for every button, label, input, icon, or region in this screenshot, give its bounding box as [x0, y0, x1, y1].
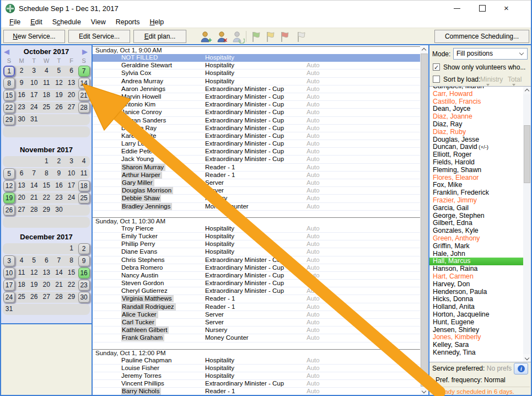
schedule-row[interactable]: Cheryl GutierrezExtraordinary Minister -…: [93, 287, 420, 295]
calendar-day-8[interactable]: 8: [3, 78, 15, 89]
volunteer-list-item[interactable]: Fox, Mike: [429, 181, 531, 189]
volunteer-list-item[interactable]: Hart, Carmen: [429, 273, 531, 281]
schedule-row[interactable]: Randall RodriquezReader - 1Auto: [93, 303, 420, 311]
schedule-row[interactable]: Eddie PetersExtraordinary Minister - Cup…: [93, 148, 420, 156]
volunteer-list-item[interactable]: Gonzales, Kyle: [429, 227, 531, 235]
menu-view[interactable]: View: [86, 18, 111, 26]
schedule-row[interactable]: Troy PierceHospitalityAuto: [93, 225, 420, 233]
remove-volunteer-icon[interactable]: ×: [216, 30, 229, 44]
calendar-day-12[interactable]: 12: [3, 180, 15, 191]
schedule-row[interactable]: Jack YoungExtraordinary Minister - CupAu…: [93, 156, 420, 163]
volunteer-list-item[interactable]: Flores, Eleanor: [429, 174, 531, 182]
green-flag-icon[interactable]: [250, 30, 264, 44]
schedule-row[interactable]: Arthur HarperReader - 1Auto: [93, 172, 420, 179]
volunteer-list-item[interactable]: Holland, Anita: [429, 303, 531, 311]
schedule-row[interactable]: Larry LewisExtraordinary Minister - CupA…: [93, 140, 420, 148]
calendar-day-24[interactable]: 24: [3, 292, 15, 303]
schedule-row[interactable]: Marvin HowellExtraordinary Minister - Cu…: [93, 93, 420, 101]
schedule-row[interactable]: Jeremy TorresHospitalityAuto: [93, 372, 420, 380]
schedule-row[interactable]: Debbie ShawNurseryAuto: [93, 195, 420, 202]
schedule-row[interactable]: Phillip PerryHospitalityAuto: [93, 240, 420, 248]
maximize-button[interactable]: [471, 1, 494, 17]
volunteer-list-item[interactable]: Fleming, Shawn: [429, 167, 531, 174]
schedule-row[interactable]: Chris StephensExtraordinary Minister - C…: [93, 256, 420, 264]
volunteer-scrollbar-thumb[interactable]: [524, 125, 530, 183]
volunteer-list-item[interactable]: Jones, Kimberly: [429, 334, 531, 341]
schedule-row[interactable]: Geraldine StewartHospitalityAuto: [93, 62, 420, 69]
calendar-day-22[interactable]: 22: [3, 102, 15, 113]
calendar-day-23[interactable]: 23: [78, 280, 90, 291]
volunteer-list-item[interactable]: Hanson, Raina: [429, 265, 531, 273]
calendar-day-9[interactable]: 9: [78, 255, 90, 266]
add-volunteer-icon[interactable]: +: [200, 30, 213, 44]
commence-scheduling-button[interactable]: Commence Scheduling...: [434, 30, 529, 43]
volunteer-list-item[interactable]: Franklin, Frederick: [429, 189, 531, 197]
volunteer-list-item[interactable]: Diaz, Joanne: [429, 113, 531, 121]
volunteer-info-button[interactable]: i: [514, 363, 528, 374]
menu-help[interactable]: Help: [145, 18, 169, 26]
volunteer-list-item[interactable]: Fields, Harold: [429, 159, 531, 167]
schedule-row[interactable]: Karen WhiteExtraordinary Minister - CupA…: [93, 132, 420, 140]
calendar-day-19[interactable]: 19: [3, 192, 15, 204]
sort-by-load-checkbox[interactable]: [433, 76, 440, 83]
sort-ministry-option[interactable]: Ministry: [480, 76, 503, 83]
scroll-up-icon[interactable]: [523, 87, 531, 94]
scroll-down-icon[interactable]: [523, 354, 531, 362]
calendar-day-14[interactable]: 14: [78, 78, 90, 89]
schedule-row[interactable]: Antonio KimExtraordinary Minister - CupA…: [93, 101, 420, 109]
close-button[interactable]: ×: [496, 1, 519, 17]
schedule-row[interactable]: Alice TuckerServerAuto: [93, 311, 420, 319]
schedule-row[interactable]: Diane EvansHospitalityAuto: [93, 248, 420, 256]
schedule-row[interactable]: Gary MillerServerAuto: [93, 179, 420, 187]
schedule-row[interactable]: Andrea MurrayHospitalityAuto: [93, 78, 420, 85]
volunteer-list-item[interactable]: Hall, Marcus: [429, 258, 531, 265]
calendar-prev-icon[interactable]: ◀: [4, 48, 12, 56]
volunteer-scrollbar[interactable]: [523, 87, 531, 362]
edit-plan-button[interactable]: Edit plan...: [133, 30, 186, 43]
new-service-button[interactable]: New Service...: [3, 30, 65, 43]
schedule-row[interactable]: Aaron JenningsExtraordinary Minister - C…: [93, 85, 420, 93]
scroll-up-icon[interactable]: [420, 45, 428, 53]
volunteer-list-item[interactable]: Green, Anthony: [429, 235, 531, 243]
calendar-day-2[interactable]: 2: [78, 243, 90, 254]
calendar-day-1[interactable]: 1: [3, 66, 15, 77]
calendar-day-25[interactable]: 25: [78, 192, 90, 204]
calendar-day-3[interactable]: 3: [3, 255, 15, 266]
volunteer-list-item[interactable]: Castillo, Francis: [429, 98, 531, 106]
right-splitter[interactable]: [428, 45, 429, 395]
schedule-row[interactable]: Sylvia CoxHospitalityAuto: [93, 69, 420, 77]
edit-service-button[interactable]: Edit Service...: [68, 30, 130, 43]
schedule-row[interactable]: Nancy AustinExtraordinary Minister - Cup…: [93, 272, 420, 280]
schedule-row[interactable]: Bradley JenningsMoney CounterAuto: [93, 203, 420, 211]
schedule-row[interactable]: Frank GrahamMoney CounterAuto: [93, 334, 420, 342]
scroll-down-icon[interactable]: [420, 387, 428, 395]
volunteer-list-item[interactable]: Dean, Joyce: [429, 105, 531, 113]
volunteer-list-item[interactable]: Duncan, David (+/-): [429, 143, 531, 151]
calendar-splitter[interactable]: [92, 45, 93, 395]
minimize-button[interactable]: [445, 1, 469, 17]
menu-schedule[interactable]: Schedule: [47, 18, 86, 26]
schedule-row[interactable]: Barry NicholsReader - 1Auto: [93, 388, 420, 395]
volunteer-list-item[interactable]: Elliott, Roger: [429, 151, 531, 159]
schedule-row[interactable]: Emily TuckerHospitalityAuto: [93, 233, 420, 240]
volunteer-list-item[interactable]: Hale, John: [429, 250, 531, 258]
red-flag-icon[interactable]: [279, 30, 292, 44]
calendar-day-26[interactable]: 26: [3, 205, 15, 216]
calendar-day-29[interactable]: 29: [3, 114, 15, 125]
calendar-day-7[interactable]: 7: [78, 66, 90, 77]
white-flag-icon[interactable]: [295, 30, 309, 44]
volunteer-list-item[interactable]: Kennedy, Tina: [429, 349, 531, 357]
schedule-row[interactable]: NOT FILLEDHospitality: [93, 54, 420, 62]
calendar-day-10[interactable]: 10: [3, 267, 15, 279]
volunteer-list-item[interactable]: Hicks, Donna: [429, 296, 531, 303]
schedule-row[interactable]: Steven GordonExtraordinary Minister - Cu…: [93, 280, 420, 287]
calendar-day-30[interactable]: 30: [78, 292, 90, 303]
volunteer-list-item[interactable]: George, Stephen: [429, 212, 531, 220]
sort-total-option[interactable]: Total: [508, 76, 522, 83]
volunteer-list-item[interactable]: Frazier, Jimmy: [429, 197, 531, 205]
schedule-row[interactable]: Darlene RayExtraordinary Minister - CupA…: [93, 125, 420, 132]
menu-edit[interactable]: Edit: [25, 18, 47, 26]
volunteer-list-item[interactable]: Kelley, Sara: [429, 341, 531, 349]
volunteer-list-item[interactable]: Douglas, Jesse: [429, 136, 531, 144]
volunteer-list-item[interactable]: Horton, Jacqueline: [429, 311, 531, 319]
